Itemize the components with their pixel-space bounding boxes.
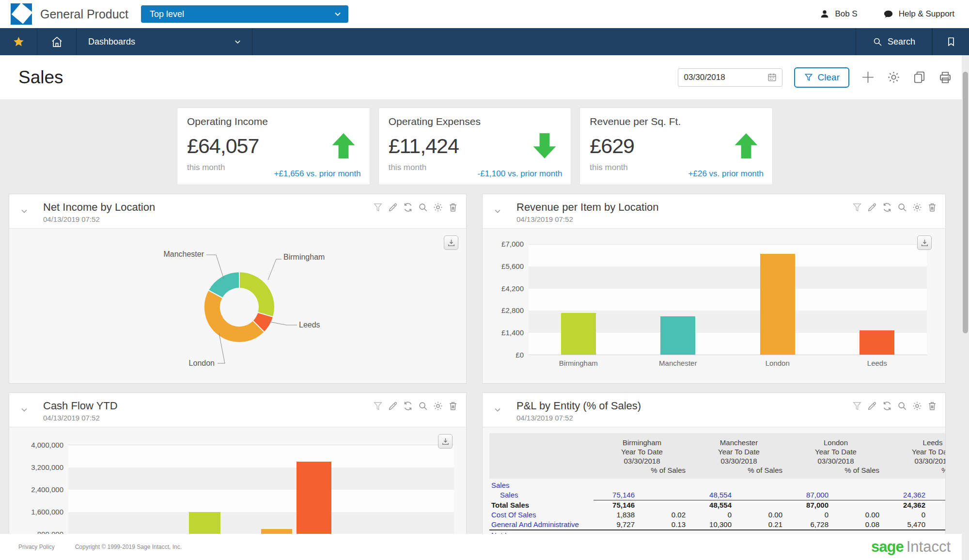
favorites-button[interactable] [0, 28, 37, 55]
user-name: Bob S [835, 9, 857, 19]
intacct-logo-text: Intacct [906, 538, 951, 556]
panel-refresh-icon[interactable] [403, 202, 413, 213]
dashboards-menu[interactable]: Dashboards [77, 28, 252, 55]
panel-delete-icon[interactable] [448, 202, 458, 213]
search-button[interactable]: Search [856, 28, 932, 55]
panel-refresh-icon[interactable] [882, 202, 892, 213]
donut-slice-birmingham[interactable] [239, 272, 275, 317]
kpi-delta-link[interactable]: -£1,100 vs. prior month [478, 169, 563, 179]
trend-down-arrow-icon [533, 133, 556, 158]
panel-edit-icon[interactable] [388, 202, 398, 213]
y-tick-label: £1,400 [483, 328, 524, 337]
panel-toolbar [373, 401, 458, 411]
pnl-account-link[interactable]: General And Administrative [489, 520, 594, 529]
collapse-chevron-icon[interactable] [493, 405, 502, 414]
panel-edit-icon[interactable] [867, 202, 877, 213]
chevron-down-icon [334, 10, 342, 18]
y-tick-label: £4,200 [483, 284, 524, 293]
copyright-text: Copyright © 1999-2019 Sage Intacct, Inc. [75, 544, 182, 550]
pnl-cell [640, 490, 690, 500]
vertical-scrollbar[interactable] [962, 55, 969, 560]
date-filter-input[interactable] [684, 73, 757, 82]
print-button[interactable] [938, 70, 953, 85]
panel-filter-icon[interactable] [373, 401, 383, 411]
user-menu[interactable]: Bob S [819, 9, 857, 19]
kpi-delta-link[interactable]: +£26 vs. prior month [688, 169, 764, 179]
pnl-cell[interactable]: 48,554 [690, 490, 736, 500]
y-tick-label: 3,200,000 [9, 463, 63, 471]
panel-zoom-icon[interactable] [418, 202, 428, 213]
pnl-table-header: BirminghamYear To Date03/30/2018% of Sal… [489, 433, 945, 479]
pnl-account-link[interactable]: Sales [489, 481, 594, 490]
kpi-title: Operating Expenses [389, 116, 562, 127]
chevron-down-icon [234, 38, 241, 46]
panel-filter-icon[interactable] [373, 202, 383, 213]
bookmark-button[interactable] [932, 28, 969, 55]
calendar-icon[interactable] [767, 72, 777, 82]
kpi-row: Operating Income £64,057 this month +£1,… [177, 108, 773, 185]
donut-slice-london[interactable] [204, 290, 265, 342]
panel-settings-icon[interactable] [912, 202, 922, 213]
pnl-account-link[interactable]: Sales [489, 490, 594, 500]
panel-zoom-icon[interactable] [418, 401, 428, 411]
pnl-cell: 0 [690, 510, 736, 520]
sage-logo-text: sage [871, 538, 904, 556]
panel-filter-icon[interactable] [852, 202, 862, 213]
panel-zoom-icon[interactable] [897, 202, 907, 213]
panel-zoom-icon[interactable] [897, 401, 907, 411]
home-button[interactable] [37, 28, 77, 55]
panel-delete-icon[interactable] [927, 202, 938, 213]
pnl-account-link[interactable]: Cost Of Sales [489, 510, 594, 520]
panel-delete-icon[interactable] [927, 401, 938, 411]
pnl-cell: 5,470 [884, 520, 930, 529]
collapse-chevron-icon[interactable] [493, 207, 502, 216]
download-button[interactable] [438, 434, 453, 449]
panel-settings-icon[interactable] [433, 401, 443, 411]
pnl-cell: 0.00 [736, 510, 787, 520]
pnl-row-sales: Sales [489, 481, 945, 490]
dashboard-settings-button[interactable] [887, 70, 901, 84]
privacy-policy-link[interactable]: Privacy Policy [18, 544, 55, 550]
download-button[interactable] [444, 235, 458, 250]
panel-delete-icon[interactable] [448, 401, 458, 411]
panel-timestamp: 04/13/2019 07:52 [516, 414, 938, 422]
bar-manchester[interactable] [660, 316, 695, 355]
scrollbar-thumb[interactable] [963, 72, 968, 333]
pnl-cell: 0.13 [640, 520, 690, 529]
help-support[interactable]: Help & Support [883, 9, 954, 20]
pnl-cell[interactable]: 24,362 [884, 490, 930, 500]
entity-selector-label: Top level [150, 9, 184, 19]
star-icon [13, 36, 25, 48]
kpi-title: Revenue per Sq. Ft. [590, 116, 763, 127]
bar-leeds[interactable] [860, 330, 894, 355]
date-filter-field[interactable] [678, 68, 782, 87]
panel-filter-icon[interactable] [852, 401, 862, 411]
pnl-cell[interactable]: 87,000 [787, 490, 833, 500]
collapse-chevron-icon[interactable] [20, 405, 29, 414]
panel-settings-icon[interactable] [433, 202, 443, 213]
logo-diamond-icon [12, 3, 32, 24]
y-tick-label: 2,400,000 [9, 485, 63, 494]
pnl-cell[interactable]: 75,146 [594, 490, 640, 500]
collapse-chevron-icon[interactable] [20, 207, 29, 216]
panel-refresh-icon[interactable] [403, 401, 413, 411]
clear-filter-button[interactable]: Clear [794, 67, 849, 88]
panel-edit-icon[interactable] [388, 401, 398, 411]
bar-birmingham[interactable] [561, 313, 596, 355]
app-header: General Product Top level Bob S Help & S… [0, 0, 969, 28]
add-widget-button[interactable] [861, 70, 875, 84]
download-button[interactable] [917, 235, 932, 250]
pnl-column-group-birmingham: BirminghamYear To Date03/30/2018% of Sal… [594, 438, 690, 475]
pnl-cell [884, 481, 930, 490]
y-tick-label: £2,800 [483, 306, 524, 314]
entity-selector-button[interactable]: Top level [141, 5, 348, 23]
duplicate-dashboard-button[interactable] [912, 70, 926, 84]
panel-settings-icon[interactable] [912, 401, 922, 411]
pnl-cell [736, 490, 787, 500]
pnl-row-sales: Sales75,14648,55487,00024,362 [489, 490, 945, 500]
panel-edit-icon[interactable] [867, 401, 877, 411]
pnl-cell: 87,000 [787, 500, 833, 510]
panel-refresh-icon[interactable] [882, 401, 892, 411]
bar-london[interactable] [760, 254, 795, 355]
kpi-delta-link[interactable]: +£1,656 vs. prior month [274, 169, 361, 179]
